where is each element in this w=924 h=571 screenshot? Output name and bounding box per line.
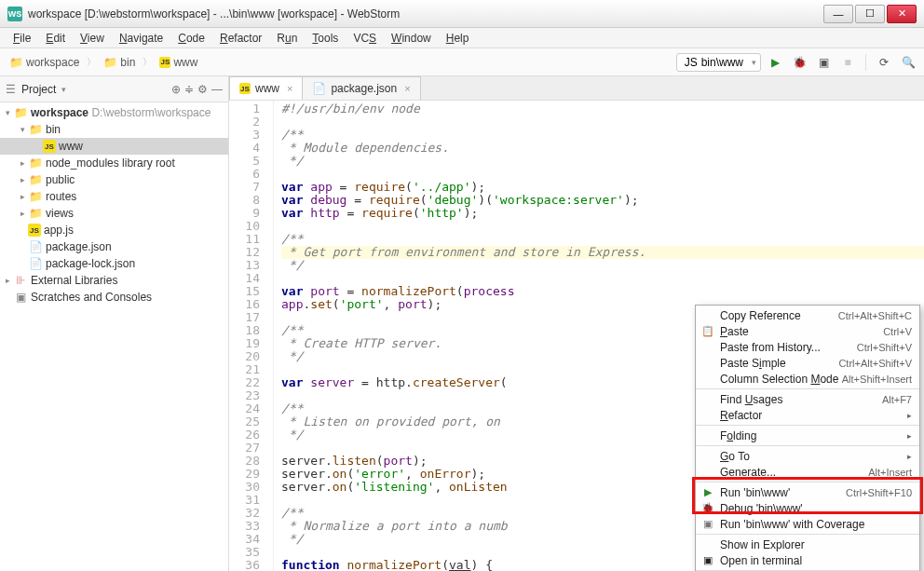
folder-icon: 📁 bbox=[28, 123, 43, 136]
menu-tools[interactable]: Tools bbox=[305, 30, 346, 47]
json-icon: 📄 bbox=[28, 240, 43, 253]
cm-goto[interactable]: Go To▸ bbox=[696, 448, 919, 464]
menu-vcs[interactable]: VCS bbox=[346, 30, 384, 47]
breadcrumb-label: bin bbox=[120, 56, 135, 69]
menu-code[interactable]: Code bbox=[170, 30, 212, 47]
gutter: 1234567891011121314151617181920212223242… bbox=[229, 101, 274, 571]
tree-file-packagelock[interactable]: 📄package-lock.json bbox=[0, 255, 228, 272]
editor-tab-www[interactable]: JSwww× bbox=[229, 76, 303, 100]
cm-paste-simple[interactable]: Paste SimpleCtrl+Alt+Shift+V bbox=[696, 355, 919, 371]
update-project-button[interactable]: ⟳ bbox=[874, 52, 894, 73]
app-icon: WS bbox=[7, 7, 22, 21]
editor-context-menu: Copy ReferenceCtrl+Alt+Shift+C 📋PasteCtr… bbox=[695, 305, 920, 571]
cm-paste[interactable]: 📋PasteCtrl+V bbox=[696, 323, 919, 339]
cm-folding[interactable]: Folding▸ bbox=[696, 428, 919, 443]
search-button[interactable]: 🔍 bbox=[898, 52, 918, 73]
settings-icon[interactable]: ⚙ bbox=[197, 83, 208, 96]
tab-label: www bbox=[255, 82, 279, 95]
tree-folder-views[interactable]: ▸📁views bbox=[0, 205, 228, 222]
cm-column-selection[interactable]: Column Selection ModeAlt+Shift+Insert bbox=[696, 371, 919, 387]
cm-refactor[interactable]: Refactor▸ bbox=[696, 407, 919, 423]
tree-file-appjs[interactable]: JSapp.js bbox=[0, 222, 228, 238]
run-icon: ▶ bbox=[700, 486, 715, 498]
menu-edit[interactable]: Edit bbox=[38, 30, 73, 47]
folder-icon: 📁 bbox=[28, 156, 43, 170]
cm-generate[interactable]: Generate...Alt+Insert bbox=[696, 464, 919, 480]
cm-run[interactable]: ▶Run 'bin\www'Ctrl+Shift+F10 bbox=[696, 484, 919, 500]
project-tree: ▾📁workspace D:\webstorm\workspace ▾📁bin … bbox=[0, 102, 228, 571]
tree-folder-routes[interactable]: ▸📁routes bbox=[0, 188, 228, 205]
stop-button[interactable]: ■ bbox=[837, 52, 858, 73]
breadcrumb-bin[interactable]: 📁bin bbox=[100, 54, 139, 71]
tree-scratches[interactable]: ▣Scratches and Consoles bbox=[0, 289, 228, 306]
close-tab-icon[interactable]: × bbox=[404, 83, 410, 94]
breadcrumb-workspace[interactable]: 📁workspace bbox=[6, 54, 83, 71]
folder-icon: 📁 bbox=[28, 207, 43, 220]
debug-button[interactable]: 🐞 bbox=[789, 52, 809, 73]
menu-bar: File Edit View Navigate Code Refactor Ru… bbox=[0, 28, 924, 48]
js-icon: JS bbox=[43, 140, 56, 153]
cm-copy-reference[interactable]: Copy ReferenceCtrl+Alt+Shift+C bbox=[696, 307, 919, 323]
terminal-icon: ▣ bbox=[700, 554, 715, 566]
breadcrumb-label: www bbox=[173, 56, 197, 69]
project-panel-title: Project bbox=[21, 83, 56, 96]
run-config-label: bin\www bbox=[701, 56, 743, 69]
editor-tab-packagejson[interactable]: 📄package.json× bbox=[302, 76, 420, 100]
chevron-right-icon: 〉 bbox=[87, 56, 96, 69]
window-minimize-button[interactable]: — bbox=[823, 5, 853, 23]
hide-panel-icon[interactable]: — bbox=[211, 83, 223, 96]
folder-icon: 📁 bbox=[13, 106, 28, 119]
breadcrumb-label: workspace bbox=[26, 56, 79, 69]
menu-file[interactable]: File bbox=[6, 30, 38, 47]
menu-help[interactable]: Help bbox=[439, 30, 477, 47]
editor-tabs: JSwww× 📄package.json× bbox=[229, 76, 924, 101]
menu-run[interactable]: Run bbox=[269, 30, 305, 47]
editor-area: JSwww× 📄package.json× 123456789101112131… bbox=[229, 76, 924, 571]
tree-folder-public[interactable]: ▸📁public bbox=[0, 171, 228, 188]
js-icon: JS bbox=[28, 224, 41, 237]
tree-root[interactable]: ▾📁workspace D:\webstorm\workspace bbox=[0, 104, 228, 121]
tree-file-www[interactable]: JSwww bbox=[0, 138, 228, 155]
paste-icon: 📋 bbox=[700, 325, 715, 337]
project-panel-header[interactable]: ☰ Project ▾ ⊕ ≑ ⚙ — bbox=[0, 76, 228, 102]
cm-open-terminal[interactable]: ▣Open in terminal bbox=[696, 552, 919, 568]
tree-folder-node-modules[interactable]: ▸📁node_modules library root bbox=[0, 155, 228, 171]
js-icon: JS bbox=[685, 56, 698, 69]
json-icon: 📄 bbox=[312, 82, 326, 95]
run-button[interactable]: ▶ bbox=[765, 52, 785, 73]
chevron-right-icon: 〉 bbox=[143, 56, 152, 69]
json-icon: 📄 bbox=[28, 257, 43, 270]
breadcrumb-www[interactable]: JSwww bbox=[156, 54, 201, 71]
scroll-from-source-icon[interactable]: ⊕ bbox=[171, 83, 181, 96]
cm-debug[interactable]: 🐞Debug 'bin\www' bbox=[696, 500, 919, 516]
tab-label: package.json bbox=[331, 82, 397, 95]
collapse-all-icon[interactable]: ≑ bbox=[184, 83, 194, 96]
coverage-button[interactable]: ▣ bbox=[813, 52, 834, 73]
navigation-bar: 📁workspace 〉 📁bin 〉 JSwww JS bin\www ▶ 🐞… bbox=[0, 48, 924, 76]
menu-navigate[interactable]: Navigate bbox=[112, 30, 170, 47]
scratches-icon: ▣ bbox=[13, 291, 28, 304]
tree-external-libraries[interactable]: ▸⊪External Libraries bbox=[0, 272, 228, 289]
folder-icon: 📁 bbox=[103, 56, 117, 69]
window-close-button[interactable]: ✕ bbox=[887, 5, 917, 23]
folder-icon: 📁 bbox=[9, 56, 23, 69]
coverage-icon: ▣ bbox=[700, 518, 715, 530]
folder-icon: 📁 bbox=[28, 190, 43, 203]
tree-file-packagejson[interactable]: 📄package.json bbox=[0, 238, 228, 255]
close-tab-icon[interactable]: × bbox=[287, 83, 292, 94]
debug-icon: 🐞 bbox=[700, 502, 715, 514]
folder-icon: 📁 bbox=[28, 173, 43, 186]
tree-folder-bin[interactable]: ▾📁bin bbox=[0, 121, 228, 138]
cm-paste-history[interactable]: Paste from History...Ctrl+Shift+V bbox=[696, 339, 919, 355]
project-panel: ☰ Project ▾ ⊕ ≑ ⚙ — ▾📁workspace D:\webst… bbox=[0, 76, 229, 571]
run-configuration-selector[interactable]: JS bin\www bbox=[676, 53, 761, 72]
cm-run-coverage[interactable]: ▣Run 'bin\www' with Coverage bbox=[696, 516, 919, 532]
menu-refactor[interactable]: Refactor bbox=[212, 30, 269, 47]
cm-show-in-explorer[interactable]: Show in Explorer bbox=[696, 537, 919, 552]
menu-window[interactable]: Window bbox=[384, 30, 439, 47]
window-maximize-button[interactable]: ☐ bbox=[855, 5, 885, 23]
js-icon: JS bbox=[159, 57, 170, 68]
menu-view[interactable]: View bbox=[73, 30, 112, 47]
window-title: workspace [D:\webstorm\workspace] - ...\… bbox=[28, 7, 823, 20]
cm-find-usages[interactable]: Find UsagesAlt+F7 bbox=[696, 391, 919, 407]
